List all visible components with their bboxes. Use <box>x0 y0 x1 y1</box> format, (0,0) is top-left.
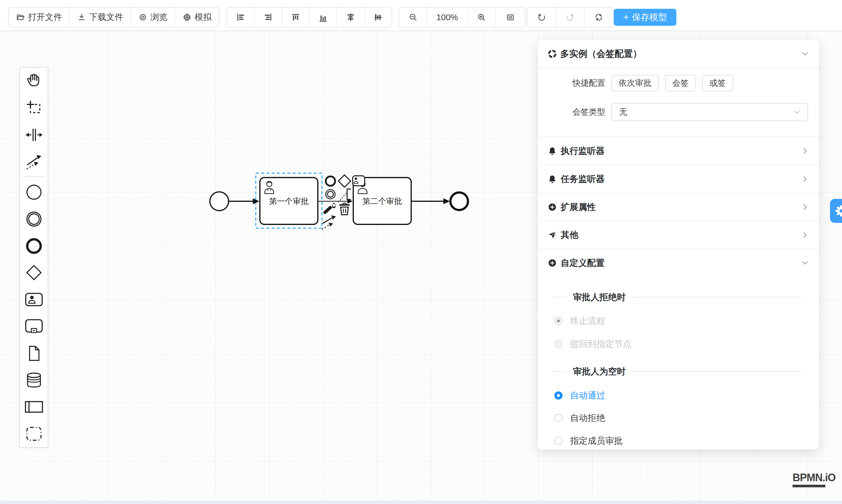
folder-open-icon <box>16 13 25 22</box>
create-user-task[interactable] <box>25 292 43 307</box>
subprocess-icon <box>25 319 43 334</box>
send-icon <box>548 231 557 239</box>
align-left-icon <box>236 13 245 22</box>
radio-selected[interactable] <box>554 391 562 400</box>
space-tool-icon <box>25 126 42 143</box>
task-first-approval[interactable]: 第一个审批 <box>260 178 318 224</box>
task1-label: 第一个审批 <box>269 197 309 205</box>
open-file-button[interactable]: 打开文件 <box>9 7 69 27</box>
align-center-vertical-button[interactable] <box>364 7 391 27</box>
lasso-icon <box>25 100 42 116</box>
radio-auto-pass[interactable]: 自动通过 <box>554 390 605 401</box>
section-task-listener[interactable]: 任务监听器 <box>538 165 819 193</box>
sequence-flow-3[interactable] <box>412 198 450 204</box>
sequence-flow-1[interactable] <box>229 198 259 204</box>
zoom-in-button[interactable] <box>467 7 495 27</box>
align-right-button[interactable] <box>254 7 282 27</box>
redo-button[interactable] <box>556 7 584 27</box>
data-object-icon <box>25 345 42 362</box>
fit-viewport-button[interactable] <box>495 7 525 27</box>
trash-icon[interactable] <box>339 203 350 215</box>
bell-icon <box>548 175 557 183</box>
reset-button[interactable] <box>584 7 613 27</box>
connect-icon <box>25 153 42 170</box>
radio-unselected[interactable] <box>554 414 562 422</box>
quick-config-label: 快捷配置 <box>565 77 605 89</box>
radio-assign-member[interactable]: 指定成员审批 <box>554 435 623 447</box>
intermediate-event-icon <box>25 211 42 228</box>
end-event-icon <box>25 237 42 254</box>
empty-group-title: 审批人为空时 <box>552 366 801 376</box>
append-intermediate-event-button[interactable] <box>326 190 335 199</box>
align-top-button[interactable] <box>282 7 309 27</box>
radio-disabled <box>554 340 562 348</box>
history-button-group <box>527 7 613 28</box>
bpmn-editor: 第一个审批 第二个审批 <box>0 0 842 504</box>
chevron-right-icon <box>801 175 809 183</box>
zoom-out-icon <box>408 13 417 22</box>
global-connect-tool[interactable] <box>25 153 42 170</box>
quick-option-countersign[interactable]: 会签 <box>665 75 696 91</box>
connect-tool-icon[interactable] <box>322 215 336 229</box>
radio-auto-reject[interactable]: 自动拒绝 <box>554 412 605 424</box>
section-execution-listener[interactable]: 执行监听器 <box>538 137 819 165</box>
chip-icon <box>182 13 191 22</box>
create-end-event[interactable] <box>25 237 42 254</box>
quick-option-orsign[interactable]: 或签 <box>702 75 733 91</box>
countersign-type-select[interactable]: 无 <box>611 103 808 121</box>
panel-title: 多实例（会签配置） <box>560 48 801 60</box>
align-center-vertical-icon <box>373 13 383 22</box>
start-event[interactable] <box>210 192 229 211</box>
create-group[interactable] <box>25 426 42 442</box>
align-button-group <box>227 7 392 28</box>
create-data-object[interactable] <box>25 345 42 362</box>
section-other[interactable]: 其他 <box>538 220 819 249</box>
start-event-icon <box>25 184 42 201</box>
append-user-task-button[interactable] <box>353 176 365 186</box>
end-event[interactable] <box>451 193 468 210</box>
quick-option-sequential[interactable]: 依次审批 <box>611 75 659 91</box>
properties-panel: 多实例（会签配置） 快捷配置 依次审批 会签 或签 会签类型 无 <box>538 40 819 450</box>
radio-unselected[interactable] <box>554 437 562 445</box>
create-intermediate-event[interactable] <box>25 211 42 228</box>
bpmn-io-logo[interactable]: BPMN.iO <box>792 471 836 487</box>
create-participant[interactable] <box>24 400 43 413</box>
zoom-level[interactable]: 100% <box>427 7 467 27</box>
lasso-tool[interactable] <box>25 100 42 116</box>
wrench-icon[interactable] <box>323 203 336 214</box>
append-end-event-button[interactable] <box>326 176 335 186</box>
append-text-annotation-button[interactable] <box>339 189 351 202</box>
create-gateway[interactable] <box>25 264 42 281</box>
undo-icon <box>537 13 546 22</box>
tool-palette <box>19 67 48 448</box>
simulate-button[interactable]: 模拟 <box>175 7 219 27</box>
align-bottom-button[interactable] <box>309 7 337 27</box>
space-tool[interactable] <box>25 126 42 143</box>
create-start-event[interactable] <box>25 184 42 201</box>
group-icon <box>25 426 42 442</box>
create-data-store[interactable] <box>25 372 42 388</box>
preview-button[interactable]: 浏览 <box>130 7 175 27</box>
section-extended-properties[interactable]: 扩展属性 <box>538 193 819 221</box>
horizontal-scrollbar[interactable] <box>0 501 842 504</box>
align-left-button[interactable] <box>227 7 254 27</box>
countersign-type-row: 会签类型 无 <box>538 103 819 121</box>
align-center-horizontal-button[interactable] <box>337 7 364 27</box>
section-custom-config[interactable]: 自定义配置 <box>538 249 819 277</box>
task2-label: 第二个审批 <box>363 197 402 205</box>
save-model-button[interactable]: + 保存模型 <box>614 9 676 26</box>
panel-header[interactable]: 多实例（会签配置） <box>538 40 819 68</box>
file-button-group: 打开文件 下载文件 浏览 <box>8 7 220 28</box>
hand-tool[interactable] <box>25 72 42 89</box>
countersign-type-label: 会签类型 <box>565 107 605 118</box>
create-subprocess[interactable] <box>25 319 43 334</box>
append-gateway-button[interactable] <box>338 175 351 187</box>
undo-button[interactable] <box>527 7 556 27</box>
settings-tab[interactable] <box>830 199 842 223</box>
zoom-button-group: 100% <box>399 7 526 28</box>
chevron-down-icon <box>793 109 801 115</box>
quick-config-row: 快捷配置 依次审批 会签 或签 <box>538 75 819 92</box>
download-file-button[interactable]: 下载文件 <box>69 7 130 27</box>
chevron-right-icon <box>801 203 809 211</box>
zoom-out-button[interactable] <box>399 7 427 27</box>
